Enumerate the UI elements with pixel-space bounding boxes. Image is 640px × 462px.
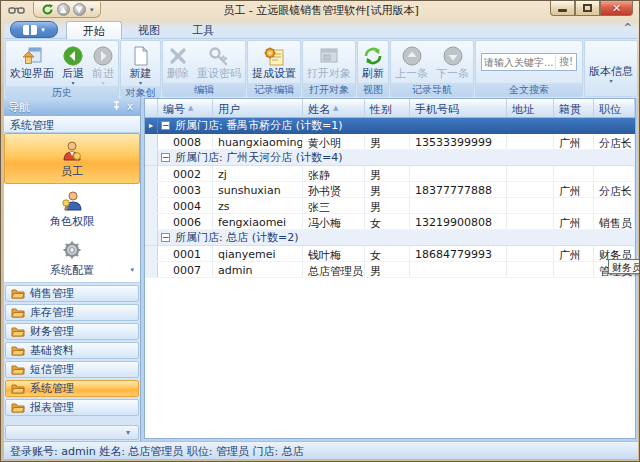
navigation-header: 导航 x bbox=[4, 98, 140, 116]
new-document-icon bbox=[131, 43, 151, 68]
group-row[interactable]: ▸−所属门店: 番禺市桥分店 (计数=1) bbox=[145, 118, 635, 134]
row-indicator-cell bbox=[145, 134, 158, 149]
nav-folder-label: 报表管理 bbox=[30, 400, 74, 415]
column-header[interactable]: 姓名▲ bbox=[303, 99, 365, 117]
commission-settings-button[interactable]: 提成设置 bbox=[248, 42, 300, 81]
table-cell: 张静 bbox=[303, 166, 365, 181]
folder-icon bbox=[11, 288, 25, 299]
nav-folder-item[interactable]: 财务管理 bbox=[5, 323, 139, 340]
column-header[interactable]: 手机号码 bbox=[410, 99, 507, 117]
tab-start[interactable]: 开始 bbox=[66, 21, 122, 39]
table-cell: 钱叶梅 bbox=[303, 246, 365, 261]
search-input[interactable] bbox=[482, 57, 555, 68]
new-button[interactable]: 新建 ▾ bbox=[126, 42, 156, 86]
table-cell: 孙书贤 bbox=[303, 182, 365, 197]
table-cell: 13219900808 bbox=[410, 214, 507, 229]
maximize-icon bbox=[583, 4, 592, 12]
nav-bottom-bar[interactable]: ▾ bbox=[5, 425, 139, 440]
table-cell bbox=[554, 198, 594, 213]
nav-folder-item[interactable]: 系统管理 bbox=[5, 380, 139, 397]
nav-folder-label: 库存管理 bbox=[30, 305, 74, 320]
delete-button[interactable]: 删除 bbox=[163, 42, 193, 81]
table-row[interactable]: 0006fengxiaomei冯小梅女13219900808广州销售员 bbox=[145, 214, 635, 230]
column-header[interactable]: 编号▲ bbox=[158, 99, 213, 117]
table-cell: huangxiaoming bbox=[213, 134, 303, 149]
nav-folder-item[interactable]: 库存管理 bbox=[5, 304, 139, 321]
open-object-button[interactable]: 打开对象 bbox=[303, 42, 355, 81]
table-row[interactable]: 0004zs张三男 bbox=[145, 198, 635, 214]
column-header-label: 性别 bbox=[370, 102, 392, 117]
nav-item-system-config[interactable]: 系统配置 ▾ bbox=[4, 233, 140, 282]
collapse-box-icon[interactable]: − bbox=[161, 121, 170, 130]
welcome-button[interactable]: 欢迎界面 bbox=[6, 42, 58, 81]
table-row[interactable]: 0003sunshuxian孙书贤男18377777888广州分店长 bbox=[145, 182, 635, 198]
minimize-button[interactable] bbox=[550, 1, 575, 16]
close-button[interactable]: ✕ bbox=[600, 1, 633, 16]
refresh-icon bbox=[41, 3, 54, 16]
forward-dropdown-icon: ▾ bbox=[101, 80, 104, 85]
table-row[interactable]: 0002zj张静男 bbox=[145, 166, 635, 182]
nav-item-label: 角色权限 bbox=[50, 214, 94, 229]
search-go-button[interactable]: 搜! bbox=[555, 55, 576, 69]
table-row[interactable]: 0007admin总店管理员男管理员 bbox=[145, 262, 635, 278]
back-button[interactable]: 后退 ▾ bbox=[58, 42, 88, 86]
welcome-icon bbox=[21, 43, 43, 68]
ribbon-collapse-icon[interactable]: ^ bbox=[624, 22, 632, 33]
nav-item-employee[interactable]: 员工 bbox=[4, 133, 140, 184]
qat-previous-button[interactable]: ▲ bbox=[56, 3, 70, 17]
group-label-open: 打开对象 bbox=[303, 83, 355, 96]
delete-icon bbox=[168, 43, 188, 68]
table-cell bbox=[410, 198, 507, 213]
qat-next-button[interactable]: ▼ bbox=[72, 3, 86, 17]
reset-password-button[interactable]: 重设密码 bbox=[193, 42, 245, 81]
row-indicator-cell: ▸ bbox=[145, 118, 158, 133]
table-row[interactable]: 0008huangxiaoming黄小明男13533399999广州分店长 bbox=[145, 134, 635, 150]
collapse-box-icon[interactable]: − bbox=[161, 233, 170, 242]
nav-item-role-permission[interactable]: 角色权限 bbox=[4, 184, 140, 233]
group-label-view: 视图 bbox=[358, 83, 388, 96]
column-header[interactable]: 地址 bbox=[507, 99, 554, 117]
forward-button[interactable]: 前进 ▾ bbox=[88, 42, 118, 86]
nav-item-label: 员工 bbox=[61, 164, 83, 179]
maximize-button[interactable] bbox=[575, 1, 600, 16]
nav-folder-item[interactable]: 销售管理 bbox=[5, 285, 139, 302]
table-row[interactable]: 0001qianyemei钱叶梅女18684779993广州财务员 bbox=[145, 246, 635, 262]
version-info-dropdown-icon: ▾ bbox=[609, 78, 612, 83]
group-row-label: 所属门店: 总店 (计数=2) bbox=[175, 230, 299, 245]
nav-folder-item[interactable]: 报表管理 bbox=[5, 399, 139, 416]
nav-folder-item[interactable]: 基础资料 bbox=[5, 342, 139, 359]
collapse-box-icon[interactable]: − bbox=[161, 153, 170, 162]
nav-folder-item[interactable]: 短信管理 bbox=[5, 361, 139, 378]
pin-icon[interactable] bbox=[109, 101, 124, 113]
application-menu-button[interactable]: ▾ bbox=[10, 21, 58, 38]
group-row[interactable]: −所属门店: 广州天河分店 (计数=4) bbox=[145, 150, 635, 166]
fulltext-search-box: 搜! bbox=[481, 53, 577, 71]
new-dropdown-icon: ▾ bbox=[139, 80, 142, 85]
table-cell: 广州 bbox=[554, 134, 594, 149]
row-indicator-cell bbox=[145, 166, 158, 181]
column-header[interactable]: 用户 bbox=[213, 99, 303, 117]
table-cell: zj bbox=[213, 166, 303, 181]
nav-close-icon[interactable]: x bbox=[124, 102, 136, 112]
refresh-button[interactable]: 刷新 bbox=[358, 42, 388, 81]
table-cell bbox=[594, 198, 635, 213]
nav-item-dropdown-icon[interactable]: ▾ bbox=[130, 266, 134, 274]
column-header[interactable]: 籍贯 bbox=[554, 99, 594, 117]
open-object-label: 打开对象 bbox=[307, 68, 351, 80]
column-header[interactable]: 职位 bbox=[594, 99, 635, 117]
table-cell bbox=[507, 166, 554, 181]
previous-record-button[interactable]: 上一条 bbox=[391, 42, 432, 81]
next-record-button[interactable]: 下一条 bbox=[432, 42, 473, 81]
table-cell: 广州 bbox=[554, 182, 594, 197]
qat-refresh-button[interactable] bbox=[40, 3, 54, 17]
tab-view[interactable]: 视图 bbox=[122, 21, 176, 39]
version-info-button[interactable]: 版本信息 ▾ bbox=[585, 54, 637, 84]
close-icon: ✕ bbox=[612, 3, 621, 14]
qat-customize-dropdown-icon[interactable]: ▾ bbox=[90, 6, 94, 14]
tab-tools[interactable]: 工具 bbox=[176, 21, 230, 39]
group-row[interactable]: −所属门店: 总店 (计数=2) bbox=[145, 230, 635, 246]
table-cell: 18377777888 bbox=[410, 182, 507, 197]
table-cell: 13533399999 bbox=[410, 134, 507, 149]
column-header[interactable]: 性别 bbox=[365, 99, 410, 117]
title-bar: ▲ ▼ ▾ 员工 - 立远眼镜销售管理软件[试用版本] ✕ bbox=[1, 1, 640, 19]
